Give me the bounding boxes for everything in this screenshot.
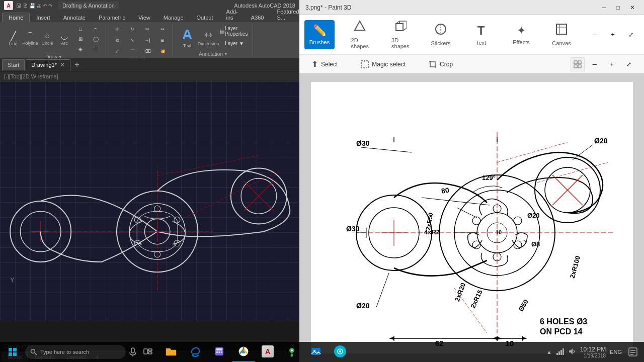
tab-insert[interactable]: Insert xyxy=(30,13,57,22)
fullscreen-button[interactable]: ⤢ xyxy=(623,27,639,43)
annotation-group-label: Annotation ▼ xyxy=(199,51,228,57)
dimension-tool[interactable]: ⇿ Dimension xyxy=(198,24,218,50)
stretch-tool[interactable]: ⤢ xyxy=(110,46,124,56)
extend-tool[interactable]: →| xyxy=(140,35,154,45)
block-tool[interactable]: ⬛ xyxy=(89,44,103,53)
circle-tool[interactable]: ○ Circle xyxy=(39,32,55,46)
svg-point-128 xyxy=(291,349,293,351)
svg-marker-101 xyxy=(492,337,497,340)
svg-rect-112 xyxy=(131,348,134,353)
svg-line-111 xyxy=(35,353,37,355)
svg-rect-116 xyxy=(148,352,152,354)
mirror-tool[interactable]: ⇔ xyxy=(155,24,170,34)
crop-label: Crop xyxy=(440,61,453,68)
zoom-plus-button[interactable]: + xyxy=(605,57,619,71)
fillet-tool[interactable]: ⌒ xyxy=(125,46,139,56)
tab-close-button[interactable]: ✕ xyxy=(60,61,65,68)
task-view-button[interactable] xyxy=(140,342,156,362)
taskbar-app-edge[interactable] xyxy=(184,342,206,362)
crop-action[interactable]: Crop xyxy=(425,58,457,71)
svg-point-110 xyxy=(31,349,35,353)
region-tool[interactable]: ◈ xyxy=(73,44,88,53)
fit-view-button[interactable]: ⤢ xyxy=(622,57,636,71)
stickers-tool[interactable]: Stickers xyxy=(426,19,456,50)
taskbar-app-autocad[interactable]: A xyxy=(257,342,279,362)
draw-group: ╱ Line ⌒ Polyline ○ Circle ◡ Arc □ ⊞ xyxy=(2,24,106,56)
svg-text:Y: Y xyxy=(10,277,14,284)
system-tray: ▲ 10:12 PM 1/19/2018 ENG xyxy=(546,342,644,362)
zoom-in-button[interactable]: + xyxy=(605,27,621,43)
copy-tool[interactable]: ⧉ xyxy=(110,35,124,45)
taskbar-app-explorer[interactable] xyxy=(160,342,182,362)
array-tool[interactable]: ⊞ xyxy=(155,35,170,45)
zoom-minus-button[interactable]: ─ xyxy=(588,57,602,71)
hatch-tool[interactable]: ⊞ xyxy=(73,34,88,43)
close-button[interactable]: ✕ xyxy=(627,4,638,11)
ellipse-tool[interactable]: ◯ xyxy=(89,34,103,43)
svg-text:6 HOLES Ø3: 6 HOLES Ø3 xyxy=(540,317,587,326)
taskbar-app-chrome[interactable] xyxy=(232,342,255,362)
taskbar-apps: A xyxy=(160,342,351,362)
tab-add-button[interactable]: + xyxy=(71,59,83,70)
layer-properties-tool[interactable]: ▤Layer Properties xyxy=(219,26,250,37)
move-tool[interactable]: ✛ xyxy=(110,24,124,34)
spline-tool[interactable]: ~ xyxy=(89,24,103,33)
rotate-tool[interactable]: ↻ xyxy=(125,24,139,34)
taskbar-app-paint3d[interactable] xyxy=(329,342,351,362)
svg-line-88 xyxy=(376,273,389,307)
explode-tool[interactable]: 💥 xyxy=(155,46,170,56)
taskbar-app-maps[interactable] xyxy=(281,342,303,362)
effects-tool[interactable]: ✦ Effects xyxy=(506,20,536,49)
grid-view-button[interactable] xyxy=(571,57,585,71)
cortana-mic[interactable] xyxy=(128,342,138,362)
tab-drawing1[interactable]: Drawing1* ✕ xyxy=(26,59,70,70)
magic-select-label: Magic select xyxy=(372,61,406,68)
taskbar-search[interactable]: Type here to search xyxy=(25,345,126,359)
trim-tool[interactable]: ✂ xyxy=(140,24,154,34)
line-tool[interactable]: ╱ Line xyxy=(5,32,21,46)
technical-drawing: Ø30 Ø20 80 129° 2xR50 Ø30 Ø20 xyxy=(311,82,633,353)
tab-home[interactable]: Home xyxy=(2,13,30,22)
tab-output[interactable]: Output xyxy=(190,13,220,22)
canvas-icon xyxy=(555,23,568,38)
tab-start[interactable]: Start xyxy=(2,59,25,70)
start-button[interactable] xyxy=(0,342,25,362)
polyline-tool[interactable]: ⌒ Polyline xyxy=(22,32,38,46)
text-tool-p3d[interactable]: T Text xyxy=(466,20,496,50)
drawing-viewport[interactable]: Y xyxy=(0,81,299,321)
workspace-selector[interactable]: Drafting & Annotation xyxy=(58,2,119,10)
brushes-tool[interactable]: ✏️ Brushes xyxy=(304,20,335,49)
tab-parametric[interactable]: Parametric xyxy=(92,13,132,22)
tab-view[interactable]: View xyxy=(132,13,157,22)
erase-tool[interactable]: ⌫ xyxy=(140,46,154,56)
taskbar-app-calculator[interactable] xyxy=(208,342,230,362)
tab-a360[interactable]: A360 xyxy=(245,13,271,22)
tab-manage[interactable]: Manage xyxy=(157,13,190,22)
select-action[interactable]: ⬆ Select xyxy=(307,57,342,71)
scale-tool[interactable]: ⤡ xyxy=(125,35,139,45)
svg-point-132 xyxy=(339,350,341,352)
select-icon: ⬆ xyxy=(311,59,318,69)
layer-dropdown[interactable]: Layer ▼ xyxy=(219,38,250,49)
taskbar-app-photos[interactable] xyxy=(305,342,327,362)
minimize-button[interactable]: ─ xyxy=(599,4,609,11)
3d-shapes-tool[interactable]: 3D shapes xyxy=(385,16,416,53)
clock-display[interactable]: 10:12 PM 1/19/2018 xyxy=(580,346,606,358)
svg-rect-115 xyxy=(148,349,152,351)
canvas-content: Ø30 Ø20 80 129° 2xR50 Ø30 Ø20 xyxy=(311,82,633,353)
maximize-button[interactable]: □ xyxy=(613,4,623,11)
text-tool[interactable]: A Text xyxy=(177,24,197,50)
arc-tool[interactable]: ◡ Arc xyxy=(56,32,72,46)
tray-up-arrow[interactable]: ▲ xyxy=(546,349,552,355)
zoom-out-button[interactable]: ─ xyxy=(587,27,603,43)
svg-marker-102 xyxy=(522,337,527,340)
magic-select-action[interactable]: Magic select xyxy=(357,58,410,71)
tab-addins[interactable]: Add-ins xyxy=(220,7,245,22)
rectangle-tool[interactable]: □ xyxy=(73,24,88,33)
canvas-tool[interactable]: Canvas xyxy=(546,19,577,50)
action-center-button[interactable] xyxy=(626,342,640,362)
svg-rect-133 xyxy=(556,353,558,355)
tab-annotate[interactable]: Annotate xyxy=(57,13,92,22)
2d-shapes-tool[interactable]: 2D shapes xyxy=(345,16,375,53)
paint3d-canvas-area[interactable]: Ø30 Ø20 80 129° 2xR50 Ø30 Ø20 xyxy=(299,73,644,362)
